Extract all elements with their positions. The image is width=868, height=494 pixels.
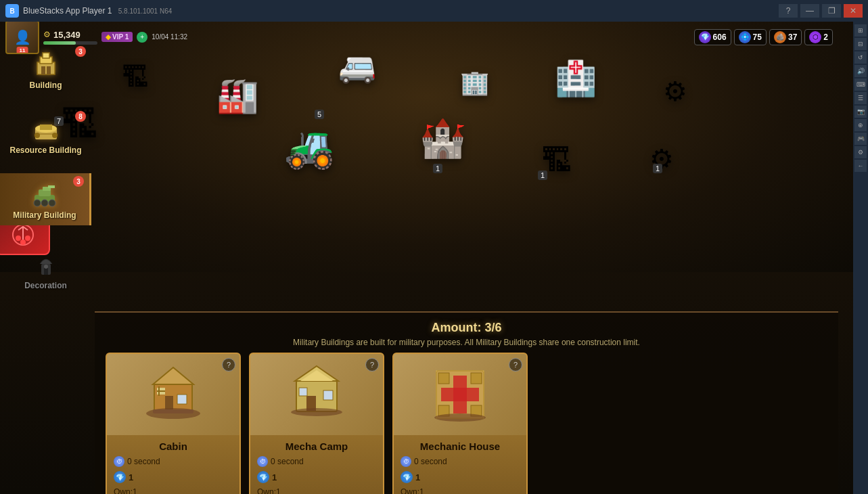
sidebar-item-military-building[interactable]: 3 Military Building [0,173,91,225]
military-building-icon [30,179,60,209]
resource-building-icon [30,114,61,144]
mecha-camp-body: Mecha Camp ⏱ 0 second 💎 1 Own:1 [250,435,383,494]
mechanic-house-time: 0 second [414,457,447,466]
cabin-time: 0 second [127,457,160,466]
cabin-cost-icon: 💎 [114,471,126,483]
resource-orange-ore: 🪨 37 [769,29,802,45]
resource-building-badge: 8 [75,111,86,122]
svg-rect-18 [48,185,55,188]
player-info: ⚙ 15,349 [43,30,97,45]
mechanic-house-cost-row: 💎 1 [401,471,520,483]
resource-crystal: 💎 606 [694,29,731,45]
sidebar-item-building[interactable]: 3 Building [0,43,91,95]
svg-rect-38 [323,390,333,400]
panel-description: Military Buildings are built for militar… [106,338,827,347]
orange-ore-amount: 37 [788,32,797,42]
mechanic-house-own: Own:1 [401,487,520,494]
svg-rect-33 [153,409,193,413]
svg-rect-46 [471,373,482,384]
cabin-name: Cabin [114,441,233,452]
resource-building-label: Resource Building [9,145,81,155]
mechanic-house-svg [426,361,494,428]
mechanic-house-time-row: ⏱ 0 second [401,456,520,467]
vip-add-button[interactable]: + [137,32,147,43]
mecha-camp-help-button[interactable]: ? [365,358,379,372]
building-card-mecha-camp[interactable]: ? Mecha Camp [249,353,384,494]
svg-rect-28 [177,395,187,404]
restore-button[interactable]: ❐ [822,4,841,18]
svg-point-21 [49,200,55,206]
svg-rect-45 [438,373,449,384]
mechanic-house-time-icon: ⏱ [401,456,411,467]
building-icon [30,49,61,79]
cabin-svg [139,361,207,428]
right-tool-6[interactable]: ☰ [854,92,867,104]
crystal-icon: 💎 [699,31,711,43]
svg-rect-6 [43,53,49,58]
right-tool-4[interactable]: 🔊 [854,65,867,77]
right-tool-1[interactable]: ⊞ [854,24,867,37]
cabin-cost: 1 [129,472,133,482]
resource-group: 💎 606 💠 75 🪨 37 ⬡ 2 [694,29,833,45]
decoration-icon [30,249,61,279]
blue-gem-icon: 💠 [739,31,751,43]
sidebar-item-decoration[interactable]: Decoration [0,244,91,296]
svg-point-49 [434,413,486,422]
right-tool-5[interactable]: ⌨ [854,78,867,91]
mecha-camp-cost-icon: 💎 [257,471,269,483]
svg-point-14 [52,133,58,138]
svg-rect-23 [44,268,48,275]
mechanic-house-help-button[interactable]: ? [509,358,522,372]
app-version: 5.8.101.1001 N64 [118,7,173,15]
right-tool-2[interactable]: ⊟ [854,38,867,50]
right-tool-8[interactable]: ⊕ [854,119,867,131]
right-tool-11[interactable]: ← [854,160,867,172]
minimize-button[interactable]: — [800,4,819,18]
mecha-camp-time: 0 second [271,457,304,466]
svg-rect-44 [441,388,479,401]
mecha-camp-cost-row: 💎 1 [257,471,376,483]
cabin-time-icon: ⏱ [114,456,124,467]
military-building-badge: 3 [73,176,84,187]
mecha-camp-time-row: ⏱ 0 second [257,456,376,467]
svg-point-20 [41,200,48,206]
sidebar-item-resource-building[interactable]: 8 Resource Building [0,108,91,160]
cabin-own: Own:1 [114,487,233,494]
svg-rect-39 [299,388,307,396]
close-button[interactable]: ✕ [844,4,863,18]
blue-gem-amount: 75 [753,32,762,42]
mecha-camp-name: Mecha Camp [257,441,376,452]
building-card-cabin[interactable]: ? [106,353,241,494]
military-building-label: Military Building [13,210,76,220]
titlebar: B BlueStacks App Player 1 5.8.101.1001 N… [0,0,868,22]
game-background: 11 ⚙ 15,349 VIP 1 + 10/04 11:32 💎 606 💠 [0,22,853,494]
main-content: Amount: 3/6 Military Buildings are built… [95,43,838,494]
svg-point-40 [291,408,342,416]
right-tool-10[interactable]: ⚙ [854,146,867,158]
mechanic-house-name: Mechanic House [401,441,520,452]
panel-amount-title: Amount: 3/6 [106,321,827,335]
building-badge: 3 [75,46,86,57]
right-tool-9[interactable]: 🎮 [854,133,867,145]
building-panel: Amount: 3/6 Military Buildings are built… [95,311,838,494]
cabin-body: Cabin ⏱ 0 second 💎 1 Own:1 [107,435,239,494]
mechanic-house-body: Mechanic House ⏱ 0 second 💎 1 Own:1 [394,435,526,494]
help-button[interactable]: ? [779,4,798,18]
svg-rect-7 [41,66,45,74]
svg-point-13 [35,133,40,138]
svg-rect-31 [157,390,165,392]
svg-rect-11 [40,125,52,130]
resource-purple-item: ⬡ 2 [804,29,833,45]
purple-item-icon: ⬡ [809,31,821,43]
cabin-image-area: ? [107,354,239,435]
mecha-camp-time-icon: ⏱ [257,456,268,467]
right-tool-7[interactable]: 📷 [854,106,867,118]
vip-badge[interactable]: VIP 1 [101,32,133,42]
mecha-camp-own: Own:1 [257,487,376,494]
cabin-help-button[interactable]: ? [222,358,235,372]
mecha-camp-svg [283,361,350,428]
window-controls: ? — ❐ ✕ [779,4,863,18]
building-card-mechanic-house[interactable]: ? [392,353,528,494]
right-tool-3[interactable]: ↺ [854,51,867,64]
purple-item-amount: 2 [823,32,828,42]
